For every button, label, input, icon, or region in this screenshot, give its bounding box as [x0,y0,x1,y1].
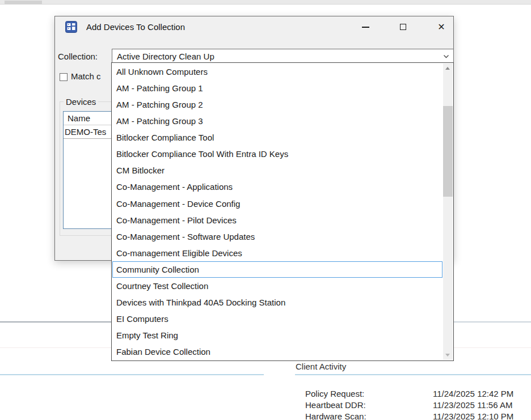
dialog-titlebar[interactable]: Add Devices To Collection ✕ [55,16,453,37]
collection-combobox-value: Active Directory Clean Up [117,49,214,63]
client-activity-heading: Client Activity [296,362,346,371]
scroll-up-icon[interactable] [443,63,453,73]
hardware-scan-value: 11/23/2025 12:10 PM [433,411,513,420]
collection-dropdown-list: All Unknown Computers AM - Patching Grou… [111,62,454,361]
dropdown-item[interactable]: Bitlocker Compliance Tool [112,129,442,146]
maximize-button[interactable] [392,16,414,37]
heartbeat-ddr-value: 11/23/2025 11:56 AM [433,400,512,410]
dropdown-item-focused[interactable]: Community Collection [112,261,442,278]
name-column-header[interactable]: Name [68,112,90,125]
dropdown-item[interactable]: AM - Patching Group 1 [112,80,442,96]
dropdown-item[interactable]: Devices with Thinkpad 40A5 Docking Stati… [112,294,442,311]
match-checkbox-label: Match c [71,71,101,81]
devices-groupbox-label: Devices [64,97,98,107]
device-name-cell: DEMO-Tes [65,125,106,138]
background-horizontal-scrollbar[interactable] [0,0,531,5]
client-activity-row: Heartbeat DDR: 11/23/2025 11:56 AM [305,400,531,411]
background-divider-line [454,321,531,323]
dropdown-item[interactable]: AM - Patching Group 2 [112,96,442,113]
dialog-title: Add Devices To Collection [86,16,185,37]
collection-app-icon [65,21,77,33]
dropdown-item[interactable]: Bitlocker Compliance Tool With Entra ID … [112,146,442,162]
chevron-down-icon [443,54,449,58]
screen: Client Activity Policy Request: 11/24/20… [0,0,531,420]
hardware-scan-label: Hardware Scan: [305,411,366,420]
dropdown-item[interactable]: Co-management Eligible Devices [112,245,442,261]
minimize-icon [362,27,369,28]
collection-combobox[interactable]: Active Directory Clean Up [112,49,454,64]
dropdown-item[interactable]: CM Bitlocker [112,162,442,179]
dropdown-item[interactable]: Courtney Test Collection [112,278,442,294]
close-icon: ✕ [431,16,452,37]
dropdown-item[interactable]: Co-Management - Pilot Devices [112,212,442,228]
background-scrollbar-thumb[interactable] [5,1,42,4]
dropdown-item[interactable]: Co-Management - Applications [112,179,442,195]
dropdown-item[interactable]: Co-Management - Device Config [112,196,442,212]
background-section-underline [0,374,264,375]
dropdown-item[interactable]: Fabian Device Collection [112,343,442,360]
client-activity-row: Policy Request: 11/24/2025 12:42 PM [305,389,531,400]
dropdown-item[interactable]: Co-Management - Software Updates [112,228,442,245]
close-button[interactable]: ✕ [431,16,452,37]
match-checkbox[interactable] [60,73,68,81]
policy-request-value: 11/24/2025 12:42 PM [433,389,513,398]
maximize-icon [400,24,406,30]
client-activity-row: Hardware Scan: 11/23/2025 12:10 PM [305,411,531,420]
dropdown-item[interactable]: All Unknown Computers [112,63,442,80]
client-activity-underline [295,374,531,375]
policy-request-label: Policy Request: [305,389,364,398]
dropdown-item[interactable]: AM - Patching Group 3 [112,113,442,129]
dropdown-scrollbar[interactable] [443,63,453,360]
dropdown-item[interactable]: EI Computers [112,311,442,327]
dropdown-items: All Unknown Computers AM - Patching Grou… [112,63,442,360]
collection-field-label: Collection: [58,49,98,64]
scroll-down-icon[interactable] [443,350,453,360]
heartbeat-ddr-label: Heartbeat DDR: [305,400,366,410]
minimize-button[interactable] [355,16,376,37]
dropdown-item[interactable]: Empty Test Ring [112,327,442,343]
dropdown-scrollbar-thumb[interactable] [443,106,453,197]
